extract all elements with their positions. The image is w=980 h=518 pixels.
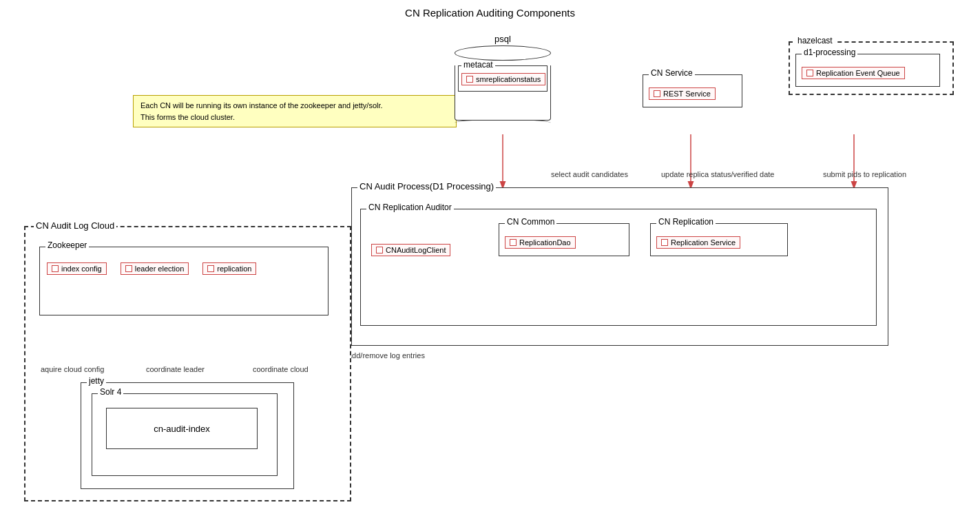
coordinate-leader-label: coordinate leader [146,365,205,373]
cn-replication-auditor-label: CN Replication Auditor [366,203,454,212]
replication-dao-label: ReplicationDao [519,238,571,247]
replication-port: replication [202,262,256,275]
jetty-box: jetty Solr 4 cn-audit-index [81,382,294,489]
submit-pids-label: submit pids to replication [823,170,906,178]
replication-service-label: Replication Service [671,238,736,247]
solr-box: Solr 4 cn-audit-index [92,393,278,476]
cn-common-label: CN Common [505,217,556,227]
replication-dao-port: ReplicationDao [505,236,576,249]
cn-service-label: CN Service [649,68,695,78]
leader-election-port: leader election [121,262,189,275]
cn-audit-log-client-port: CNAuditLogClient [371,244,450,256]
note-text: Each CN will be running its own instance… [140,101,383,121]
diagram-title: CN Replication Auditing Components [0,0,980,19]
cn-audit-index-label: cn-audit-index [154,424,210,434]
zookeeper-box: Zookeeper index config leader election r… [39,247,329,315]
add-remove-label: add/remove log entries [348,351,425,360]
leader-election-label: leader election [135,265,185,273]
cn-audit-log-cloud-box: CN Audit Log Cloud Zookeeper index confi… [24,226,351,501]
psql-cylinder: metacat smreplicationstatus [455,45,551,127]
metacat-label: metacat [461,60,495,70]
cn-audit-process-box: CN Audit Process(D1 Processing) CN Repli… [351,187,888,346]
zookeeper-label: Zookeeper [45,240,89,250]
cn-common-box: CN Common ReplicationDao [499,223,629,256]
replication-event-queue-label: Replication Event Queue [816,69,900,77]
coordinate-cloud-label: coordinate cloud [253,365,309,373]
diagram-container: CN Replication Auditing Components Each … [0,0,980,518]
index-config-label: index config [61,265,102,273]
psql-top [455,45,551,61]
cn-audit-log-cloud-label: CN Audit Log Cloud [34,220,116,231]
psql-body: metacat smreplicationstatus [455,65,551,121]
replication-label: replication [217,265,251,273]
cn-audit-process-label: CN Audit Process(D1 Processing) [357,181,496,191]
select-audit-label: select audit candidates [551,170,628,178]
replication-service-port: Replication Service [656,236,740,249]
update-replica-label: update replica status/verified date [661,170,775,178]
cn-replication-box: CN Replication Replication Service [650,223,788,256]
jetty-label: jetty [87,376,106,386]
d1-processing-box: d1-processing Replication Event Queue [795,54,940,87]
cn-audit-index-box: cn-audit-index [106,408,258,449]
note-box: Each CN will be running its own instance… [133,95,457,127]
smreplicationstatus-label: smreplicationstatus [476,75,541,83]
cn-service-box: CN Service REST Service [643,74,742,107]
cn-replication-label: CN Replication [656,217,716,227]
aquire-cloud-label: aquire cloud config [41,365,104,373]
psql-db: psql metacat smreplicationstatus [455,31,551,127]
psql-label: psql [455,31,551,45]
smreplicationstatus-port: smreplicationstatus [461,73,545,85]
rest-service-port: REST Service [649,87,716,100]
cn-replication-auditor-box: CN Replication Auditor CNAuditLogClient … [360,209,877,326]
rest-service-label: REST Service [663,90,711,98]
index-config-port: index config [47,262,107,275]
replication-event-queue-port: Replication Event Queue [802,67,905,79]
d1-processing-label: d1-processing [802,48,857,57]
hazelcast-label: hazelcast [795,36,835,45]
cn-audit-log-client-label: CNAuditLogClient [386,246,446,254]
hazelcast-box: hazelcast d1-processing Replication Even… [789,41,954,95]
solr-label: Solr 4 [98,387,123,397]
